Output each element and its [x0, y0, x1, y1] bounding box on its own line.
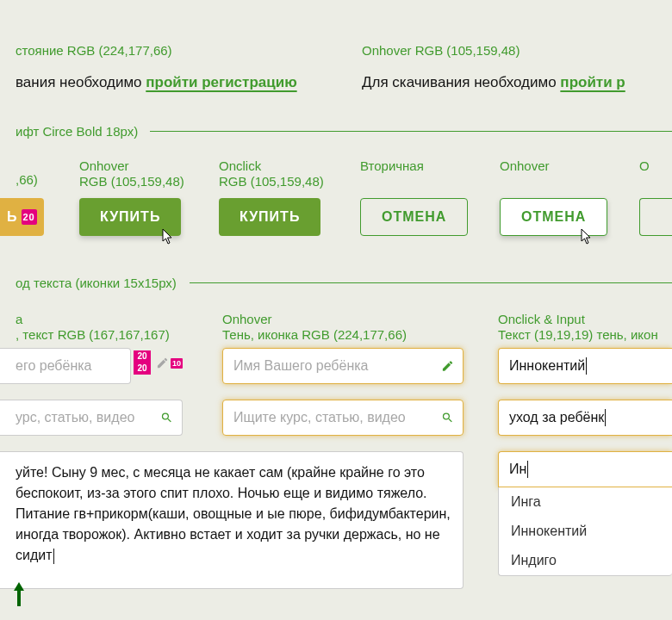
- download-text-left: вания необходимо пройти регистрацию: [16, 74, 297, 91]
- search-placeholder-cut: урс, статью, видео: [16, 410, 134, 425]
- input-label-hover: Onhover: [222, 312, 272, 326]
- autocomplete-dropdown: Инга Иннокентий Индиго: [498, 487, 672, 576]
- search-icon-2[interactable]: [441, 412, 454, 425]
- section3-title: од текста (иконки 15х15рх): [16, 276, 177, 290]
- cancel-button-click-cut[interactable]: [639, 198, 672, 236]
- buy-button-hover[interactable]: КУПИТЬ: [79, 198, 181, 236]
- caret-3: [53, 549, 54, 564]
- input-label-hover-desc: Тень, иконка RGB (224,177,66): [222, 327, 407, 342]
- buy-button-click[interactable]: КУПИТЬ: [219, 198, 320, 236]
- cancel-button-hover[interactable]: ОТМЕНА: [500, 198, 607, 236]
- btn-label-sec-hover: Onhover: [500, 158, 550, 173]
- input-label-left-cut: а: [16, 312, 22, 326]
- search-input-hover[interactable]: Ищите курс, статью, видео: [222, 400, 464, 436]
- input-label-click: Onclick & Input: [498, 312, 585, 326]
- btn-label-partial: ,66): [16, 172, 38, 187]
- register-link-right[interactable]: пройти р: [560, 74, 625, 90]
- dropdown-item-2[interactable]: Индиго: [499, 546, 672, 575]
- search-input-active[interactable]: уход за ребёнк: [498, 400, 672, 436]
- search-value: уход за ребёнк: [509, 410, 604, 425]
- cal-badge-bot: 20: [134, 363, 151, 375]
- btn-label-hover-rgb: RGB (105,159,48): [79, 174, 184, 189]
- btn-label-click-rgb: RGB (105,159,48): [219, 174, 324, 189]
- caret-1: [586, 357, 587, 375]
- caret-4: [527, 461, 528, 478]
- caret-2: [605, 409, 606, 426]
- comment-textarea[interactable]: уйте! Сыну 9 мес, с месяца не какает сам…: [0, 451, 464, 589]
- autocomplete-value: Ин: [509, 462, 526, 477]
- register-link-left[interactable]: пройти регистрацию: [146, 74, 296, 90]
- btn-label-secondary: Вторичная: [360, 158, 424, 173]
- name-input-default[interactable]: его ребёнка: [0, 348, 131, 384]
- pencil-tiny-icon: [156, 356, 169, 369]
- section2-divider: [150, 131, 672, 132]
- section3-divider: [190, 282, 672, 283]
- btn-label-sec-click: O: [639, 158, 650, 173]
- name-value: Иннокентий: [509, 358, 585, 374]
- section2-title: ифт Circe Bold 18px): [16, 124, 138, 139]
- input-label-left-rgb: , текст RGB (167,167,167): [16, 327, 170, 342]
- download-text-right: Для скачивания необходимо пройти р: [362, 74, 625, 91]
- name-input-hover[interactable]: Имя Вашего ребёнка: [222, 348, 464, 384]
- search-input-default[interactable]: урс, статью, видео: [0, 400, 183, 436]
- buy-button-partial[interactable]: Ь 20: [0, 198, 44, 236]
- input-label-click-desc: Текст (19,19,19) тень, икон: [498, 327, 658, 342]
- download-prefix-right: Для скачивания необходимо: [362, 74, 560, 90]
- name-placeholder: Имя Вашего ребёнка: [233, 358, 369, 374]
- comment-text: уйте! Сыну 9 мес, с месяца не какает сам…: [16, 465, 451, 562]
- name-placeholder-cut: его ребёнка: [16, 358, 92, 374]
- cancel-button[interactable]: ОТМЕНА: [360, 198, 468, 236]
- btn-label-hover: Onhover: [79, 158, 129, 173]
- download-prefix-left: вания необходимо: [16, 74, 146, 90]
- search-placeholder: Ищите курс, статью, видео: [233, 410, 406, 425]
- dropdown-item-0[interactable]: Инга: [499, 487, 672, 517]
- dropdown-item-1[interactable]: Иннокентий: [499, 517, 672, 546]
- name-input-active[interactable]: Иннокентий: [498, 348, 672, 384]
- arrow-up-icon: [12, 582, 26, 606]
- badge-20: 20: [22, 209, 37, 225]
- badge-10: 10: [171, 358, 183, 369]
- btn-label-click: Onclick: [219, 158, 261, 173]
- state-label-right: Onhover RGB (105,159,48): [362, 43, 520, 58]
- autocomplete-input[interactable]: Ин: [498, 451, 672, 487]
- cal-badge-top: 20: [134, 350, 151, 363]
- search-icon-1[interactable]: [160, 412, 173, 425]
- pencil-icon: [441, 360, 454, 373]
- buy-button-partial-text: Ь: [7, 209, 18, 225]
- state-label-left: стояние RGB (224,177,66): [16, 43, 172, 58]
